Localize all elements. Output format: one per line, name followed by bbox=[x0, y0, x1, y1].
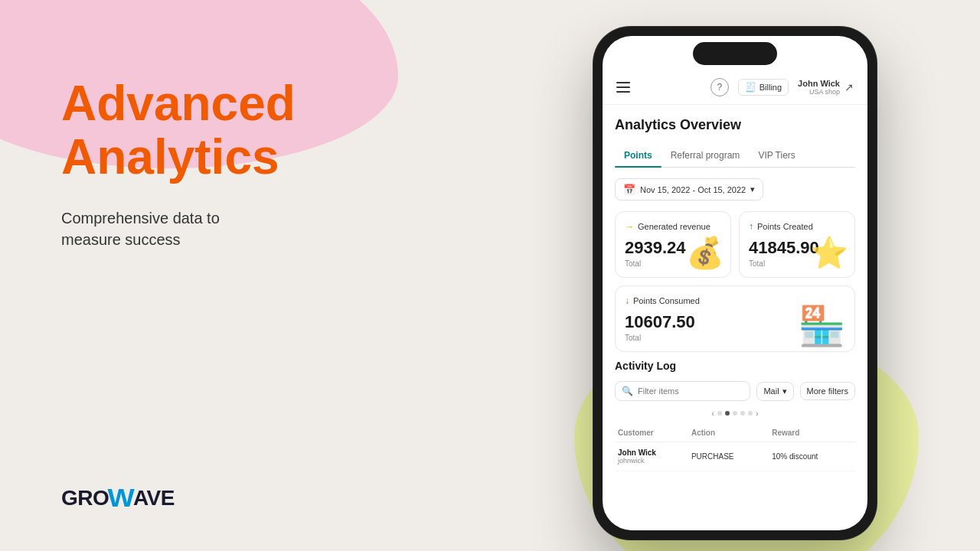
points-created-bg-icon: ⭐ bbox=[810, 235, 848, 271]
tab-referral-label: Referral program bbox=[671, 150, 740, 161]
headline: Advanced Analytics Comprehensive data to… bbox=[61, 77, 444, 250]
hamburger-menu-button[interactable] bbox=[616, 82, 630, 93]
user-shop: USA shop bbox=[809, 88, 840, 96]
billing-receipt-icon: 🧾 bbox=[745, 82, 756, 93]
chevron-down-icon: ▾ bbox=[750, 184, 755, 194]
table-cell-reward: 10% discount bbox=[769, 442, 855, 471]
page-dot-4[interactable] bbox=[740, 411, 745, 416]
mail-filter-label: Mail bbox=[763, 386, 779, 396]
logo-wave: W bbox=[108, 483, 135, 513]
stat-revenue-label: → Generated revenue bbox=[625, 221, 721, 232]
chevron-down-small-icon: ▾ bbox=[782, 386, 787, 396]
phone-frame: ? 🧾 Billing John Wick USA shop ↗ bbox=[593, 27, 877, 540]
arrow-down-icon: ↓ bbox=[625, 295, 629, 306]
search-icon: 🔍 bbox=[622, 386, 633, 396]
stat-revenue-title: Generated revenue bbox=[638, 222, 710, 231]
page-dot-2[interactable] bbox=[725, 411, 730, 416]
tab-vip[interactable]: VIP Tiers bbox=[749, 144, 804, 167]
billing-button[interactable]: 🧾 Billing bbox=[738, 79, 789, 96]
headline-title: Advanced Analytics bbox=[61, 77, 444, 184]
hamburger-line1 bbox=[616, 82, 630, 83]
growave-logo: GROWAVE bbox=[61, 483, 444, 513]
headline-line1: Advanced bbox=[61, 76, 296, 131]
tab-points-label: Points bbox=[624, 150, 652, 161]
user-info: John Wick USA shop ↗ bbox=[798, 79, 854, 96]
tabs-bar: Points Referral program VIP Tiers bbox=[615, 144, 855, 168]
user-text: John Wick USA shop bbox=[798, 79, 840, 96]
points-consumed-bg-icon: 🏪 bbox=[798, 304, 845, 348]
page-dot-1[interactable] bbox=[717, 411, 722, 416]
stat-card-points-consumed: ↓ Points Consumed 10607.50 Total 🏪 bbox=[615, 285, 855, 352]
analytics-title: Analytics Overview bbox=[615, 117, 855, 133]
billing-label: Billing bbox=[760, 83, 782, 92]
col-customer: Customer bbox=[615, 424, 688, 442]
phone-screen: ? 🧾 Billing John Wick USA shop ↗ bbox=[603, 36, 867, 530]
more-filters-button[interactable]: More filters bbox=[800, 382, 855, 400]
logo-suffix: AVE bbox=[133, 486, 175, 510]
headline-line2: Analytics bbox=[61, 129, 279, 184]
left-panel: Advanced Analytics Comprehensive data to… bbox=[0, 0, 490, 551]
user-name: John Wick bbox=[798, 79, 840, 88]
stats-grid: → Generated revenue 2939.24 Total 💰 ↑ P bbox=[615, 211, 855, 352]
content-wrapper: Advanced Analytics Comprehensive data to… bbox=[0, 0, 980, 551]
hamburger-line2 bbox=[616, 86, 630, 88]
next-page-icon[interactable]: › bbox=[756, 409, 759, 418]
stat-consumed-title: Points Consumed bbox=[633, 296, 700, 305]
table-cell-customer: John Wick johnwick bbox=[615, 442, 688, 471]
table-row: John Wick johnwick PURCHASE 10% discount bbox=[615, 442, 855, 471]
logo-prefix: GRO bbox=[61, 486, 109, 510]
help-icon-label: ? bbox=[717, 82, 722, 93]
stat-created-title: Points Created bbox=[757, 222, 813, 231]
stat-created-label: ↑ Points Created bbox=[749, 221, 845, 232]
calendar-icon: 📅 bbox=[623, 184, 635, 195]
mail-filter-button[interactable]: Mail ▾ bbox=[756, 382, 793, 401]
stat-card-revenue: → Generated revenue 2939.24 Total 💰 bbox=[615, 211, 731, 278]
prev-page-icon[interactable]: ‹ bbox=[711, 409, 714, 418]
col-reward: Reward bbox=[769, 424, 855, 442]
pagination-dots: ‹ › bbox=[615, 409, 855, 418]
tab-vip-label: VIP Tiers bbox=[758, 150, 795, 161]
arrow-up-icon: ↑ bbox=[749, 221, 753, 232]
tab-points[interactable]: Points bbox=[615, 144, 662, 167]
more-filters-label: More filters bbox=[807, 386, 848, 396]
tab-referral[interactable]: Referral program bbox=[662, 144, 750, 167]
customer-name: John Wick bbox=[618, 448, 685, 457]
hamburger-line3 bbox=[616, 91, 630, 93]
external-link-icon[interactable]: ↗ bbox=[844, 81, 854, 93]
right-panel: ? 🧾 Billing John Wick USA shop ↗ bbox=[490, 0, 980, 551]
page-dot-3[interactable] bbox=[733, 411, 737, 416]
col-action: Action bbox=[688, 424, 769, 442]
stat-card-points-created: ↑ Points Created 41845.90 Total ⭐ bbox=[739, 211, 855, 278]
subtext: Comprehensive data tomeasure success bbox=[61, 207, 444, 250]
date-range-label: Nov 15, 2022 - Oct 15, 2022 bbox=[640, 185, 746, 194]
search-input[interactable] bbox=[638, 386, 743, 396]
screen-content: Analytics Overview Points Referral progr… bbox=[603, 105, 867, 530]
date-picker[interactable]: 📅 Nov 15, 2022 - Oct 15, 2022 ▾ bbox=[615, 178, 763, 201]
activity-log-title: Activity Log bbox=[615, 360, 855, 372]
search-input-wrap[interactable]: 🔍 bbox=[615, 381, 750, 401]
dynamic-island bbox=[693, 42, 777, 65]
help-button[interactable]: ? bbox=[710, 78, 729, 96]
activity-table: Customer Action Reward John Wick johnwic… bbox=[615, 424, 855, 471]
customer-email: johnwick bbox=[618, 457, 685, 465]
arrow-right-icon: → bbox=[625, 221, 634, 232]
activity-filters: 🔍 Mail ▾ More filters bbox=[615, 381, 855, 401]
topbar-right: ? 🧾 Billing John Wick USA shop ↗ bbox=[710, 78, 854, 96]
revenue-bg-icon: 💰 bbox=[686, 235, 724, 271]
page-dot-5[interactable] bbox=[748, 411, 753, 416]
table-cell-action: PURCHASE bbox=[688, 442, 769, 471]
